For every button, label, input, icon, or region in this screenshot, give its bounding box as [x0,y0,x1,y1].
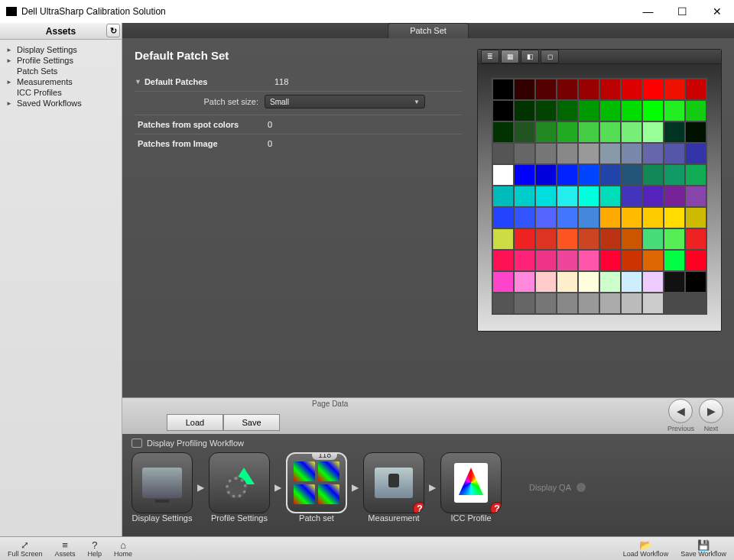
color-patch[interactable] [579,186,599,206]
color-patch[interactable] [515,144,534,163]
color-patch[interactable] [686,79,706,99]
color-patch[interactable] [643,293,663,313]
color-patch[interactable] [557,101,577,121]
color-patch[interactable] [536,101,556,121]
color-patch[interactable] [579,208,599,228]
color-patch[interactable] [579,79,599,99]
color-patch[interactable] [643,122,663,142]
color-patch[interactable] [664,251,684,270]
color-patch[interactable] [515,79,534,99]
color-patch[interactable] [536,272,556,292]
workflow-step-measurement[interactable]: ? Measurement [363,452,424,523]
preview-single-view-button[interactable]: ◻ [541,50,559,63]
sidebar-item-patch-sets[interactable]: Patch Sets [3,66,119,76]
next-button[interactable]: ▶ Next [699,399,723,432]
color-patch[interactable] [536,186,556,206]
color-patch[interactable] [600,144,620,163]
color-patch[interactable] [600,272,620,292]
color-patch[interactable] [622,229,641,249]
color-patch[interactable] [515,229,534,249]
color-patch[interactable] [664,272,684,292]
color-patch[interactable] [686,122,706,142]
color-patch[interactable] [493,79,513,99]
color-patch[interactable] [622,293,641,313]
color-patch[interactable] [579,144,599,163]
color-patch[interactable] [536,144,556,163]
prop-default-patches[interactable]: ▼ Default Patches 118 [135,73,462,92]
assets-refresh-button[interactable]: ↻ [106,24,120,37]
color-patch[interactable] [536,251,556,270]
color-patch[interactable] [686,208,706,228]
color-patch[interactable] [686,101,706,121]
color-patch[interactable] [664,101,684,121]
color-patch[interactable] [643,144,663,163]
color-patch[interactable] [557,229,577,249]
workflow-step-patch-set[interactable]: 118 Patch set [286,452,347,523]
color-patch[interactable] [536,293,556,313]
color-patch[interactable] [686,165,706,185]
workflow-step-icc-profile[interactable]: ? ICC Profile [440,452,502,523]
window-minimize-button[interactable]: — [631,0,665,23]
window-close-button[interactable]: ✕ [700,0,734,23]
color-patch[interactable] [600,79,620,99]
color-patch[interactable] [664,122,684,142]
color-patch[interactable] [493,186,513,206]
color-patch[interactable] [622,186,641,206]
workflow-display-qa[interactable]: Display QA [529,482,586,493]
color-patch[interactable] [493,208,513,228]
color-patch[interactable] [493,272,513,292]
color-patch[interactable] [686,186,706,206]
color-patch[interactable] [536,122,556,142]
color-patch[interactable] [536,79,556,99]
color-patch[interactable] [579,251,599,270]
sidebar-item-icc-profiles[interactable]: ICC Profiles [3,87,119,98]
color-patch[interactable] [686,229,706,249]
color-patch[interactable] [557,144,577,163]
color-patch[interactable] [643,208,663,228]
color-patch[interactable] [643,186,663,206]
color-patch[interactable] [579,122,599,142]
color-patch[interactable] [664,79,684,99]
sidebar-item-display-settings[interactable]: ►Display Settings [3,44,119,55]
color-patch[interactable] [493,229,513,249]
color-patch[interactable] [622,165,641,185]
preview-list-view-button[interactable]: ≣ [481,50,499,63]
color-patch[interactable] [643,272,663,292]
color-patch[interactable] [557,251,577,270]
load-workflow-button[interactable]: 📂Load Workflow [623,540,668,558]
color-patch[interactable] [557,272,577,292]
fullscreen-button[interactable]: ⤢Full Screen [8,540,43,558]
color-patch[interactable] [600,208,620,228]
color-patch[interactable] [557,79,577,99]
color-patch[interactable] [643,101,663,121]
color-patch[interactable] [600,251,620,270]
previous-button[interactable]: ◀ Previous [667,399,694,432]
preview-half-view-button[interactable]: ◧ [521,50,539,63]
color-patch[interactable] [557,186,577,206]
color-patch[interactable] [622,208,641,228]
color-patch[interactable] [515,251,534,270]
preview-grid-view-button[interactable]: ▦ [501,50,519,63]
color-patch[interactable] [579,101,599,121]
color-patch[interactable] [664,208,684,228]
tab-patch-set[interactable]: Patch Set [388,23,469,38]
load-button[interactable]: Load [167,414,223,431]
home-button[interactable]: ⌂Home [114,540,132,558]
color-patch[interactable] [493,122,513,142]
save-button[interactable]: Save [223,414,280,431]
color-patch[interactable] [515,165,534,185]
color-patch[interactable] [664,144,684,163]
color-patch[interactable] [493,144,513,163]
color-patch[interactable] [600,122,620,142]
color-patch[interactable] [515,186,534,206]
color-patch[interactable] [600,101,620,121]
sidebar-item-saved-workflows[interactable]: ►Saved Workflows [3,98,119,108]
color-patch[interactable] [515,122,534,142]
color-patch[interactable] [515,272,534,292]
color-patch[interactable] [622,144,641,163]
color-patch[interactable] [686,251,706,270]
color-patch[interactable] [622,122,641,142]
color-patch[interactable] [493,293,513,313]
color-patch[interactable] [536,208,556,228]
color-patch[interactable] [643,165,663,185]
